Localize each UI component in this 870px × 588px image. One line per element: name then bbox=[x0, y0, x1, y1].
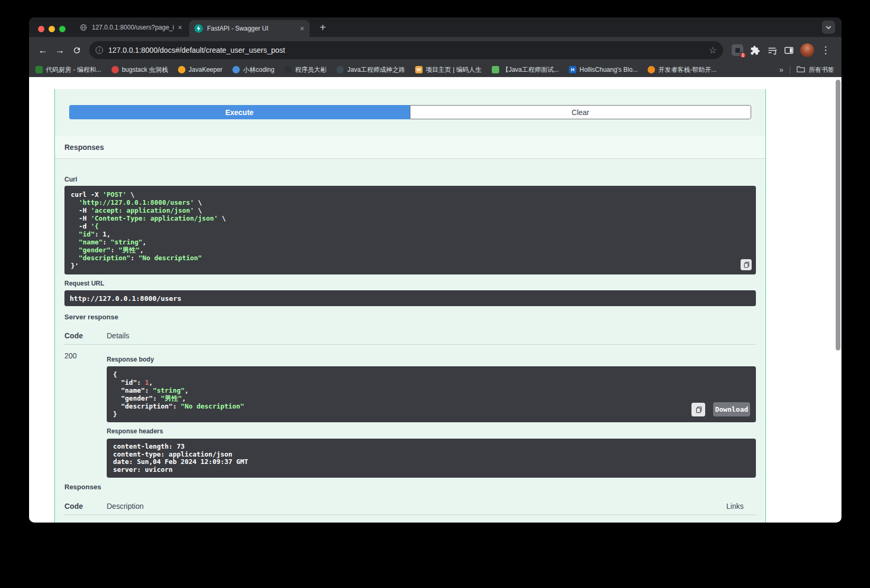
responses-body: Curl curl -X 'POST' \ 'http://127.0.0.1:… bbox=[55, 176, 765, 523]
execute-clear-row: Execute Clear bbox=[69, 105, 751, 119]
bookmark-label: JavaKeeper bbox=[189, 66, 222, 73]
bookmark-label: 代码厨房 - 编程和... bbox=[46, 65, 101, 74]
bookmarks-bar-right: » 所有书签 bbox=[779, 65, 834, 74]
browser-menu-icon[interactable]: ⋮ bbox=[817, 42, 834, 59]
bookmarks-bar: 代码厨房 - 编程和...bugstack 虫洞栈JavaKeeper小林cod… bbox=[29, 63, 841, 77]
response-body-block: { "id": 1, "name": "string", "gender": "… bbox=[107, 366, 756, 422]
server-response-label: Server response bbox=[64, 313, 756, 321]
bookmark-star-icon[interactable]: ☆ bbox=[709, 45, 717, 56]
reload-button[interactable] bbox=[68, 42, 85, 59]
profile-avatar[interactable] bbox=[800, 43, 814, 57]
extensions-puzzle-icon[interactable] bbox=[746, 42, 763, 59]
curl-code: curl -X 'POST' \ 'http://127.0.0.1:8000/… bbox=[71, 191, 750, 270]
tab-strip: 127.0.0.1:8000/users?page_i × FastAPI - … bbox=[29, 17, 841, 37]
all-bookmarks-button[interactable]: 所有书签 bbox=[797, 65, 834, 74]
code-column-header: Code bbox=[64, 502, 107, 510]
bookmark-item[interactable]: HHollisChuang's Blo... bbox=[569, 66, 638, 73]
forward-button[interactable]: → bbox=[51, 42, 68, 59]
bookmark-favicon-icon bbox=[35, 66, 43, 73]
bookmark-favicon-icon bbox=[284, 66, 292, 73]
copy-response-icon[interactable] bbox=[691, 403, 705, 416]
close-tab-icon[interactable]: × bbox=[178, 24, 182, 31]
extension-badge: 1 bbox=[740, 52, 746, 59]
documented-responses-table-header: Code Description Links bbox=[64, 498, 756, 515]
description-column-header: Description bbox=[107, 502, 726, 510]
navigation-bar: ← → i 127.0.0.1:8000/docs#/default/creat… bbox=[29, 37, 841, 63]
minimize-window-button[interactable] bbox=[49, 26, 55, 32]
tab-title: 127.0.0.1:8000/users?page_i bbox=[92, 24, 174, 31]
swagger-post-operation-panel: Execute Clear Responses Curl curl -X 'PO… bbox=[54, 89, 766, 523]
response-description: Successful Response bbox=[107, 521, 726, 523]
bookmark-favicon-icon bbox=[178, 66, 185, 73]
copy-curl-icon[interactable] bbox=[741, 259, 752, 270]
request-url-label: Request URL bbox=[64, 280, 756, 287]
curl-command-block: curl -X 'POST' \ 'http://127.0.0.1:8000/… bbox=[64, 186, 756, 274]
response-details: Response body { "id": 1, "name": "string… bbox=[107, 352, 756, 478]
bookmark-item[interactable]: 开发者客栈-帮助开... bbox=[648, 65, 716, 74]
live-response-table-header: Code Details bbox=[64, 327, 756, 345]
back-button[interactable]: ← bbox=[34, 42, 51, 59]
extension-shortcut-icon[interactable]: 1 bbox=[732, 44, 743, 56]
bookmark-item[interactable]: 代码厨房 - 编程和... bbox=[35, 65, 101, 74]
responses-heading: Responses bbox=[64, 143, 104, 151]
details-column-header: Details bbox=[107, 331, 756, 340]
page-viewport: Execute Clear Responses Curl curl -X 'PO… bbox=[29, 77, 841, 523]
bookmark-label: 程序员大彬 bbox=[295, 65, 326, 74]
bookmark-favicon-icon bbox=[232, 66, 240, 73]
response-body-label: Response body bbox=[107, 356, 756, 363]
links-column-header: Links bbox=[726, 502, 756, 510]
bookmark-item[interactable]: 【Java工程师面试... bbox=[492, 65, 559, 74]
bookmark-item[interactable]: JavaKeeper bbox=[178, 66, 222, 73]
response-links: No links bbox=[726, 521, 756, 523]
response-headers-code: content-length: 73content-type: applicat… bbox=[113, 443, 750, 473]
request-url-value: http://127.0.0.1:8000/users bbox=[64, 290, 756, 306]
divider bbox=[790, 66, 790, 74]
maximize-window-button[interactable] bbox=[59, 26, 66, 32]
address-bar[interactable]: i 127.0.0.1:8000/docs#/default/create_us… bbox=[89, 41, 723, 59]
bookmark-favicon-icon: H bbox=[569, 66, 576, 73]
response-headers-label: Response headers bbox=[107, 428, 756, 435]
bookmark-favicon-icon bbox=[111, 66, 119, 73]
side-panel-icon[interactable] bbox=[780, 42, 797, 59]
bookmark-label: bugstack 虫洞栈 bbox=[122, 65, 168, 74]
execute-button[interactable]: Execute bbox=[69, 105, 410, 119]
bookmark-item[interactable]: 小林coding bbox=[232, 65, 274, 74]
close-window-button[interactable] bbox=[38, 26, 44, 32]
browser-window: 127.0.0.1:8000/users?page_i × FastAPI - … bbox=[29, 17, 841, 523]
bookmark-favicon-icon bbox=[648, 66, 655, 73]
response-headers-block: content-length: 73content-type: applicat… bbox=[107, 439, 756, 478]
live-response-row: 200 Response body { "id": 1, "name": "st… bbox=[64, 345, 756, 478]
clear-button[interactable]: Clear bbox=[410, 105, 752, 119]
bookmarks-overflow-chevron[interactable]: » bbox=[779, 65, 783, 74]
folder-icon bbox=[797, 65, 805, 74]
window-controls bbox=[38, 26, 66, 32]
documented-responses-heading: Responses bbox=[64, 483, 756, 491]
bookmark-item[interactable]: bugstack 虫洞栈 bbox=[111, 65, 168, 74]
bookmark-item[interactable]: W项目主页 | 编码人生 bbox=[415, 65, 482, 74]
response-code: 200 bbox=[64, 521, 107, 523]
close-tab-icon[interactable]: × bbox=[300, 25, 304, 32]
url-text: 127.0.0.1:8000/docs#/default/create_user… bbox=[108, 46, 709, 54]
bookmarks-list: 代码厨房 - 编程和...bugstack 虫洞栈JavaKeeper小林cod… bbox=[35, 65, 716, 74]
download-button[interactable]: Download bbox=[713, 402, 750, 416]
bookmark-label: 项目主页 | 编码人生 bbox=[426, 65, 482, 74]
site-info-icon[interactable]: i bbox=[96, 46, 103, 54]
extension-glyph-icon bbox=[735, 48, 740, 53]
bookmark-item[interactable]: 程序员大彬 bbox=[284, 65, 326, 74]
tab-title: FastAPI - Swagger UI bbox=[207, 25, 296, 32]
tab-users-page[interactable]: 127.0.0.1:8000/users?page_i × bbox=[74, 17, 188, 37]
chevron-down-icon bbox=[826, 24, 831, 29]
tab-search-button[interactable] bbox=[822, 21, 835, 34]
response-body-code: { "id": 1, "name": "string", "gender": "… bbox=[113, 371, 750, 418]
scrollbar-thumb[interactable] bbox=[836, 80, 840, 350]
bookmark-favicon-icon: W bbox=[415, 66, 423, 73]
bookmark-label: Java工程师成神之路 bbox=[347, 65, 405, 74]
curl-label: Curl bbox=[64, 176, 756, 183]
bookmark-label: 小林coding bbox=[243, 65, 274, 74]
tab-swagger[interactable]: FastAPI - Swagger UI × bbox=[189, 20, 310, 37]
new-tab-button[interactable]: + bbox=[316, 21, 330, 34]
documented-response-row: 200 Successful Response No links bbox=[64, 515, 756, 523]
media-controls-icon[interactable] bbox=[763, 42, 780, 59]
bookmark-label: 【Java工程师面试... bbox=[502, 65, 559, 74]
bookmark-item[interactable]: Java工程师成神之路 bbox=[336, 65, 405, 74]
